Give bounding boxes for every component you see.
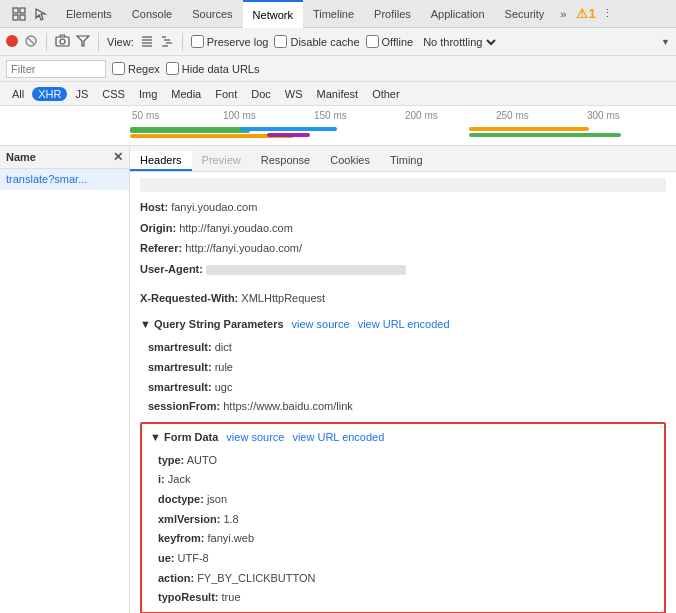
preserve-log-checkbox[interactable]: [191, 35, 204, 48]
toolbar-dropdown-arrow[interactable]: ▼: [661, 37, 670, 47]
timeline-label-4: 250 ms: [494, 110, 585, 121]
form-param-0: type: AUTO: [158, 451, 656, 470]
disable-cache-checkbox[interactable]: [274, 35, 287, 48]
form-param-4: keyfrom: fanyi.web: [158, 529, 656, 548]
right-panel-tabs: Headers Preview Response Cookies Timing: [130, 146, 676, 172]
tab-preview[interactable]: Preview: [192, 151, 251, 171]
right-panel: Headers Preview Response Cookies Timing …: [130, 146, 676, 613]
tab-sources[interactable]: Sources: [182, 0, 242, 28]
inspect-icon[interactable]: [10, 5, 28, 23]
spacer: [140, 281, 666, 289]
type-btn-all[interactable]: All: [6, 87, 30, 101]
query-param-1: smartresult: rule: [148, 358, 666, 377]
tab-timing[interactable]: Timing: [380, 151, 433, 171]
tab-console[interactable]: Console: [122, 0, 182, 28]
type-btn-font[interactable]: Font: [209, 87, 243, 101]
referer-field: Referer: http://fanyi.youdao.com/: [140, 239, 666, 258]
query-param-0: smartresult: dict: [148, 338, 666, 357]
network-toolbar: View: Preserve log Disable cache Offline…: [0, 28, 676, 56]
svg-rect-0: [13, 8, 18, 13]
form-view-url-encoded-link[interactable]: view URL encoded: [292, 428, 384, 447]
close-left-panel-icon[interactable]: ✕: [113, 150, 123, 164]
tab-profiles[interactable]: Profiles: [364, 0, 421, 28]
clear-icon[interactable]: [24, 34, 38, 50]
tab-elements[interactable]: Elements: [56, 0, 122, 28]
tab-application[interactable]: Application: [421, 0, 495, 28]
camera-icon[interactable]: [55, 34, 70, 49]
waterfall-bar-green-1: [130, 127, 250, 133]
tab-headers[interactable]: Headers: [130, 151, 192, 171]
svg-rect-7: [56, 37, 69, 46]
hide-data-urls-label[interactable]: Hide data URLs: [166, 62, 260, 75]
tab-timeline[interactable]: Timeline: [303, 0, 364, 28]
filter-input[interactable]: [6, 60, 106, 78]
tab-network[interactable]: Network: [243, 0, 303, 28]
timeline-labels: 50 ms 100 ms 150 ms 200 ms 250 ms 300 ms: [130, 110, 676, 121]
svg-rect-2: [13, 15, 18, 20]
svg-rect-1: [20, 8, 25, 13]
type-btn-xhr[interactable]: XHR: [32, 87, 67, 101]
svg-line-6: [28, 38, 34, 44]
type-btn-ws[interactable]: WS: [279, 87, 309, 101]
svg-point-8: [60, 39, 65, 44]
timeline-label-5: 300 ms: [585, 110, 676, 121]
query-view-source-link[interactable]: view source: [292, 315, 350, 334]
filter-row: Regex Hide data URLs: [0, 56, 676, 82]
type-btn-img[interactable]: Img: [133, 87, 163, 101]
timeline-label-0: 50 ms: [130, 110, 221, 121]
type-btn-doc[interactable]: Doc: [245, 87, 277, 101]
offline-label[interactable]: Offline: [366, 35, 414, 48]
useragent-blurred: [206, 265, 406, 275]
tab-overflow-icon[interactable]: »: [554, 4, 572, 24]
svg-marker-9: [77, 36, 89, 46]
tab-security[interactable]: Security: [495, 0, 555, 28]
cursor-icon[interactable]: [32, 5, 50, 23]
useragent-field: User-Agent:: [140, 260, 666, 279]
timeline-bars: [130, 125, 676, 141]
request-url-bar: [140, 178, 666, 192]
preserve-log-label[interactable]: Preserve log: [191, 35, 269, 48]
host-field: Host: fanyi.youdao.com: [140, 198, 666, 217]
right-panel-content: Host: fanyi.youdao.com Origin: http://fa…: [130, 172, 676, 613]
hide-data-urls-checkbox[interactable]: [166, 62, 179, 75]
query-param-3: sessionFrom: https://www.baidu.com/link: [148, 397, 666, 416]
toolbar-sep-1: [46, 33, 47, 51]
network-request-item[interactable]: translate?smar...: [0, 169, 129, 190]
record-icon[interactable]: [6, 35, 18, 49]
svg-rect-3: [20, 15, 25, 20]
timeline-label-2: 150 ms: [312, 110, 403, 121]
type-btn-css[interactable]: CSS: [96, 87, 131, 101]
waterfall-bar-green-2: [469, 133, 622, 137]
tab-more-icon[interactable]: ⋮: [602, 7, 613, 20]
view-label: View:: [107, 36, 134, 48]
disable-cache-label[interactable]: Disable cache: [274, 35, 359, 48]
devtools-tab-bar: Elements Console Sources Network Timelin…: [0, 0, 676, 28]
form-param-3: xmlVersion: 1.8: [158, 510, 656, 529]
timeline-waterfall: 50 ms 100 ms 150 ms 200 ms 250 ms 300 ms: [0, 106, 676, 146]
waterfall-bar-yellow-2: [469, 127, 589, 131]
regex-label[interactable]: Regex: [112, 62, 160, 75]
form-data-section: ▼ Form Data view source view URL encoded…: [140, 422, 666, 613]
timeline-label-1: 100 ms: [221, 110, 312, 121]
form-view-source-link[interactable]: view source: [226, 428, 284, 447]
name-col-label: Name: [6, 151, 36, 163]
offline-checkbox[interactable]: [366, 35, 379, 48]
regex-checkbox[interactable]: [112, 62, 125, 75]
type-btn-js[interactable]: JS: [69, 87, 94, 101]
origin-field: Origin: http://fanyi.youdao.com: [140, 219, 666, 238]
form-param-1: i: Jack: [158, 470, 656, 489]
list-view-icon[interactable]: [140, 35, 154, 49]
tab-response[interactable]: Response: [251, 151, 321, 171]
query-params-section: ▼ Query String Parameters view source vi…: [140, 315, 666, 334]
filter-icon[interactable]: [76, 35, 90, 49]
form-param-7: typoResult: true: [158, 588, 656, 607]
type-btn-manifest[interactable]: Manifest: [311, 87, 365, 101]
throttle-select[interactable]: No throttling: [419, 35, 499, 49]
tab-cookies[interactable]: Cookies: [320, 151, 380, 171]
type-btn-media[interactable]: Media: [165, 87, 207, 101]
toolbar-sep-2: [98, 33, 99, 51]
query-view-url-encoded-link[interactable]: view URL encoded: [358, 315, 450, 334]
tab-warning-badge: ⚠1: [576, 6, 595, 21]
type-btn-other[interactable]: Other: [366, 87, 406, 101]
waterfall-view-icon[interactable]: [160, 35, 174, 49]
